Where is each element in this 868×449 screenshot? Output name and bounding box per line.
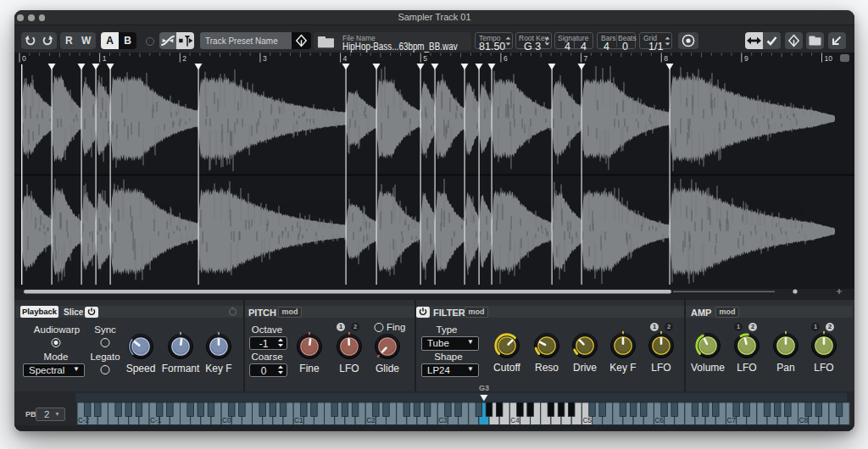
svg-text:C1: C1 [294,417,303,424]
svg-text:C2: C2 [366,417,376,424]
svg-text:C-2: C-2 [78,417,90,424]
svg-text:C0: C0 [222,417,231,424]
svg-text:C7: C7 [727,417,737,424]
svg-text:C5: C5 [582,417,592,424]
svg-text:G3: G3 [479,384,489,392]
svg-text:C4: C4 [510,417,520,424]
svg-text:C3: C3 [438,417,448,424]
svg-text:C8: C8 [799,417,809,424]
svg-text:C-1: C-1 [150,417,162,424]
svg-text:C6: C6 [654,417,664,424]
